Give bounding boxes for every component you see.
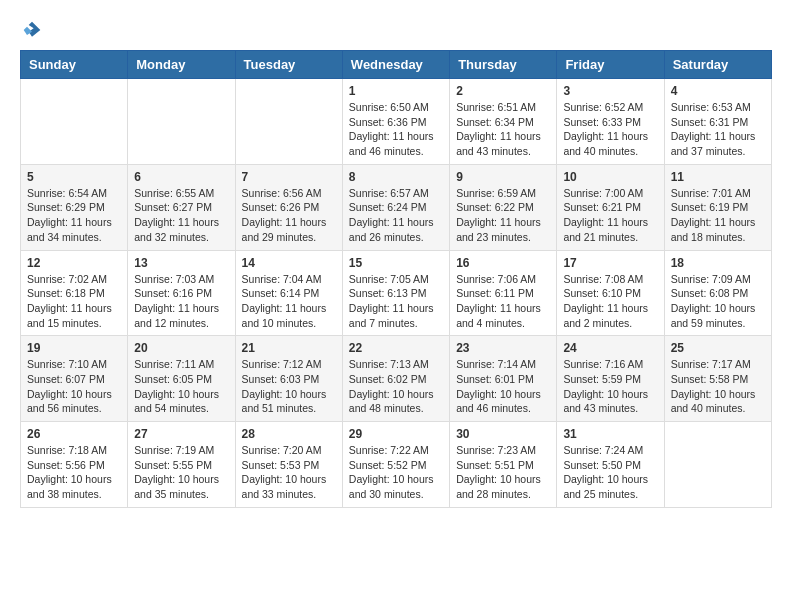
calendar-cell: 3Sunrise: 6:52 AM Sunset: 6:33 PM Daylig…	[557, 79, 664, 165]
day-info: Sunrise: 6:55 AM Sunset: 6:27 PM Dayligh…	[134, 186, 228, 245]
day-info: Sunrise: 7:14 AM Sunset: 6:01 PM Dayligh…	[456, 357, 550, 416]
day-number: 22	[349, 341, 443, 355]
day-number: 4	[671, 84, 765, 98]
day-info: Sunrise: 7:04 AM Sunset: 6:14 PM Dayligh…	[242, 272, 336, 331]
day-number: 23	[456, 341, 550, 355]
calendar-cell: 20Sunrise: 7:11 AM Sunset: 6:05 PM Dayli…	[128, 336, 235, 422]
calendar-cell: 1Sunrise: 6:50 AM Sunset: 6:36 PM Daylig…	[342, 79, 449, 165]
calendar-week-4: 19Sunrise: 7:10 AM Sunset: 6:07 PM Dayli…	[21, 336, 772, 422]
calendar-cell: 25Sunrise: 7:17 AM Sunset: 5:58 PM Dayli…	[664, 336, 771, 422]
day-number: 3	[563, 84, 657, 98]
day-info: Sunrise: 7:06 AM Sunset: 6:11 PM Dayligh…	[456, 272, 550, 331]
day-number: 16	[456, 256, 550, 270]
calendar-cell: 7Sunrise: 6:56 AM Sunset: 6:26 PM Daylig…	[235, 164, 342, 250]
day-number: 31	[563, 427, 657, 441]
calendar-cell: 30Sunrise: 7:23 AM Sunset: 5:51 PM Dayli…	[450, 422, 557, 508]
day-number: 24	[563, 341, 657, 355]
calendar-cell: 4Sunrise: 6:53 AM Sunset: 6:31 PM Daylig…	[664, 79, 771, 165]
day-info: Sunrise: 7:09 AM Sunset: 6:08 PM Dayligh…	[671, 272, 765, 331]
calendar-week-2: 5Sunrise: 6:54 AM Sunset: 6:29 PM Daylig…	[21, 164, 772, 250]
calendar-header-saturday: Saturday	[664, 51, 771, 79]
day-number: 13	[134, 256, 228, 270]
day-number: 25	[671, 341, 765, 355]
day-info: Sunrise: 7:01 AM Sunset: 6:19 PM Dayligh…	[671, 186, 765, 245]
day-number: 15	[349, 256, 443, 270]
calendar-week-1: 1Sunrise: 6:50 AM Sunset: 6:36 PM Daylig…	[21, 79, 772, 165]
calendar-header-friday: Friday	[557, 51, 664, 79]
calendar-cell	[21, 79, 128, 165]
day-number: 7	[242, 170, 336, 184]
day-info: Sunrise: 6:56 AM Sunset: 6:26 PM Dayligh…	[242, 186, 336, 245]
day-info: Sunrise: 7:22 AM Sunset: 5:52 PM Dayligh…	[349, 443, 443, 502]
day-info: Sunrise: 7:23 AM Sunset: 5:51 PM Dayligh…	[456, 443, 550, 502]
day-number: 10	[563, 170, 657, 184]
calendar-header-sunday: Sunday	[21, 51, 128, 79]
calendar-cell: 21Sunrise: 7:12 AM Sunset: 6:03 PM Dayli…	[235, 336, 342, 422]
day-info: Sunrise: 6:57 AM Sunset: 6:24 PM Dayligh…	[349, 186, 443, 245]
day-number: 2	[456, 84, 550, 98]
day-info: Sunrise: 6:50 AM Sunset: 6:36 PM Dayligh…	[349, 100, 443, 159]
calendar-cell: 12Sunrise: 7:02 AM Sunset: 6:18 PM Dayli…	[21, 250, 128, 336]
calendar-header-tuesday: Tuesday	[235, 51, 342, 79]
day-number: 27	[134, 427, 228, 441]
calendar-cell: 8Sunrise: 6:57 AM Sunset: 6:24 PM Daylig…	[342, 164, 449, 250]
calendar-table: SundayMondayTuesdayWednesdayThursdayFrid…	[20, 50, 772, 508]
day-number: 30	[456, 427, 550, 441]
day-number: 18	[671, 256, 765, 270]
day-info: Sunrise: 7:12 AM Sunset: 6:03 PM Dayligh…	[242, 357, 336, 416]
day-info: Sunrise: 7:17 AM Sunset: 5:58 PM Dayligh…	[671, 357, 765, 416]
day-info: Sunrise: 7:05 AM Sunset: 6:13 PM Dayligh…	[349, 272, 443, 331]
day-number: 5	[27, 170, 121, 184]
calendar-cell: 14Sunrise: 7:04 AM Sunset: 6:14 PM Dayli…	[235, 250, 342, 336]
day-info: Sunrise: 7:10 AM Sunset: 6:07 PM Dayligh…	[27, 357, 121, 416]
day-number: 14	[242, 256, 336, 270]
day-info: Sunrise: 7:24 AM Sunset: 5:50 PM Dayligh…	[563, 443, 657, 502]
calendar-cell: 31Sunrise: 7:24 AM Sunset: 5:50 PM Dayli…	[557, 422, 664, 508]
day-info: Sunrise: 6:52 AM Sunset: 6:33 PM Dayligh…	[563, 100, 657, 159]
day-number: 1	[349, 84, 443, 98]
day-number: 8	[349, 170, 443, 184]
calendar-cell: 5Sunrise: 6:54 AM Sunset: 6:29 PM Daylig…	[21, 164, 128, 250]
calendar-cell: 11Sunrise: 7:01 AM Sunset: 6:19 PM Dayli…	[664, 164, 771, 250]
calendar-cell: 6Sunrise: 6:55 AM Sunset: 6:27 PM Daylig…	[128, 164, 235, 250]
calendar-cell: 23Sunrise: 7:14 AM Sunset: 6:01 PM Dayli…	[450, 336, 557, 422]
calendar-header-thursday: Thursday	[450, 51, 557, 79]
day-info: Sunrise: 7:00 AM Sunset: 6:21 PM Dayligh…	[563, 186, 657, 245]
calendar-cell: 26Sunrise: 7:18 AM Sunset: 5:56 PM Dayli…	[21, 422, 128, 508]
calendar-cell: 17Sunrise: 7:08 AM Sunset: 6:10 PM Dayli…	[557, 250, 664, 336]
svg-marker-0	[29, 22, 41, 37]
calendar-cell: 16Sunrise: 7:06 AM Sunset: 6:11 PM Dayli…	[450, 250, 557, 336]
calendar-cell: 28Sunrise: 7:20 AM Sunset: 5:53 PM Dayli…	[235, 422, 342, 508]
calendar-week-3: 12Sunrise: 7:02 AM Sunset: 6:18 PM Dayli…	[21, 250, 772, 336]
calendar-cell	[128, 79, 235, 165]
day-info: Sunrise: 7:08 AM Sunset: 6:10 PM Dayligh…	[563, 272, 657, 331]
calendar-cell	[235, 79, 342, 165]
day-number: 17	[563, 256, 657, 270]
day-info: Sunrise: 6:54 AM Sunset: 6:29 PM Dayligh…	[27, 186, 121, 245]
logo	[20, 20, 42, 40]
calendar-week-5: 26Sunrise: 7:18 AM Sunset: 5:56 PM Dayli…	[21, 422, 772, 508]
calendar-header-row: SundayMondayTuesdayWednesdayThursdayFrid…	[21, 51, 772, 79]
day-info: Sunrise: 7:02 AM Sunset: 6:18 PM Dayligh…	[27, 272, 121, 331]
logo-icon	[22, 20, 42, 40]
day-info: Sunrise: 6:51 AM Sunset: 6:34 PM Dayligh…	[456, 100, 550, 159]
day-info: Sunrise: 7:19 AM Sunset: 5:55 PM Dayligh…	[134, 443, 228, 502]
calendar-header-wednesday: Wednesday	[342, 51, 449, 79]
day-number: 12	[27, 256, 121, 270]
day-number: 6	[134, 170, 228, 184]
calendar-cell: 15Sunrise: 7:05 AM Sunset: 6:13 PM Dayli…	[342, 250, 449, 336]
day-info: Sunrise: 7:16 AM Sunset: 5:59 PM Dayligh…	[563, 357, 657, 416]
day-number: 28	[242, 427, 336, 441]
day-number: 20	[134, 341, 228, 355]
calendar-cell: 10Sunrise: 7:00 AM Sunset: 6:21 PM Dayli…	[557, 164, 664, 250]
page-header	[20, 20, 772, 40]
calendar-cell: 24Sunrise: 7:16 AM Sunset: 5:59 PM Dayli…	[557, 336, 664, 422]
calendar-cell: 13Sunrise: 7:03 AM Sunset: 6:16 PM Dayli…	[128, 250, 235, 336]
day-number: 11	[671, 170, 765, 184]
day-number: 9	[456, 170, 550, 184]
day-info: Sunrise: 7:18 AM Sunset: 5:56 PM Dayligh…	[27, 443, 121, 502]
day-number: 26	[27, 427, 121, 441]
calendar-cell: 2Sunrise: 6:51 AM Sunset: 6:34 PM Daylig…	[450, 79, 557, 165]
calendar-cell: 22Sunrise: 7:13 AM Sunset: 6:02 PM Dayli…	[342, 336, 449, 422]
day-number: 19	[27, 341, 121, 355]
